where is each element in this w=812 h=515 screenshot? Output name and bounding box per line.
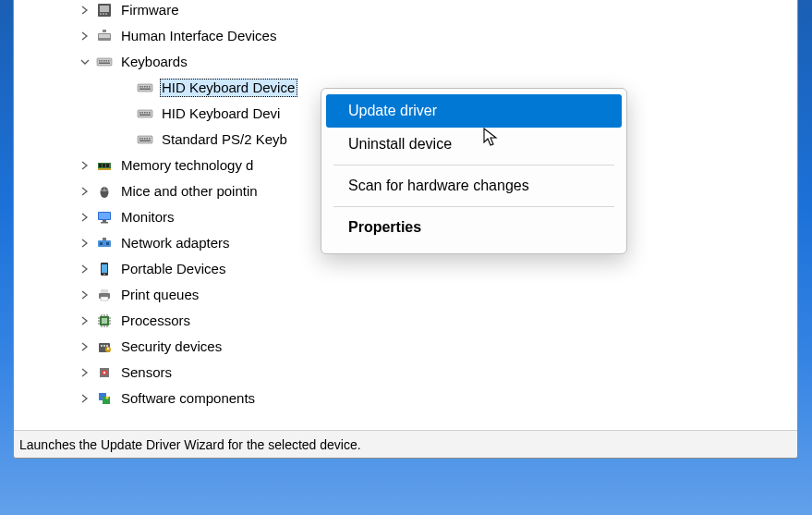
- svg-rect-9: [99, 60, 101, 62]
- tree-label: Mice and other pointin: [119, 182, 261, 201]
- portable-icon: [95, 260, 114, 278]
- svg-rect-51: [103, 238, 106, 240]
- printer-icon: [95, 286, 114, 304]
- chevron-right-icon: [79, 30, 91, 43]
- svg-point-54: [103, 274, 105, 276]
- svg-rect-8: [97, 58, 112, 66]
- keyboard-icon: [136, 79, 154, 97]
- tree-label: Human Interface Devices: [119, 27, 279, 45]
- context-menu: Update driver Uninstall device Scan for …: [321, 88, 627, 254]
- svg-rect-2: [100, 13, 102, 15]
- tree-item-firmware[interactable]: Firmware: [14, 0, 797, 23]
- security-icon: [95, 337, 114, 356]
- tree-item-hid[interactable]: Human Interface Devices: [14, 23, 797, 49]
- svg-rect-25: [144, 112, 146, 114]
- svg-rect-47: [101, 222, 108, 224]
- svg-rect-6: [99, 34, 110, 38]
- svg-rect-14: [99, 63, 110, 65]
- device-manager-window: Firmware Human Interface Devices Keyboar…: [13, 0, 798, 459]
- keyboard-icon: [136, 130, 154, 149]
- menu-item-properties[interactable]: Properties: [326, 211, 622, 244]
- status-text: Launches the Update Driver Wizard for th…: [19, 437, 361, 452]
- svg-rect-37: [99, 164, 102, 167]
- svg-rect-12: [106, 60, 108, 62]
- svg-rect-4: [105, 13, 107, 15]
- tree-label: Portable Devices: [119, 260, 228, 278]
- svg-point-80: [103, 372, 105, 374]
- svg-rect-56: [101, 289, 108, 293]
- svg-rect-3: [103, 13, 104, 15]
- chevron-right-icon: [79, 288, 91, 301]
- sensor-icon: [95, 363, 114, 382]
- svg-rect-39: [106, 164, 109, 167]
- tree-item-security[interactable]: Security devices: [14, 334, 797, 360]
- hid-icon: [95, 27, 114, 45]
- svg-rect-21: [139, 89, 151, 91]
- svg-rect-50: [106, 242, 109, 245]
- tree-item-print-queues[interactable]: Print queues: [14, 282, 797, 308]
- chevron-down-icon: [79, 55, 91, 68]
- tree-label: Processors: [119, 312, 193, 330]
- svg-rect-18: [144, 86, 146, 88]
- svg-rect-33: [147, 138, 149, 140]
- svg-rect-1: [100, 6, 109, 12]
- chevron-right-icon: [79, 4, 91, 17]
- svg-rect-31: [142, 138, 144, 140]
- svg-rect-74: [103, 345, 105, 347]
- menu-item-scan-hardware[interactable]: Scan for hardware changes: [326, 169, 622, 202]
- menu-label: Properties: [348, 219, 421, 236]
- tree-item-portable[interactable]: Portable Devices: [14, 256, 797, 282]
- tree-item-keyboards[interactable]: Keyboards: [14, 49, 797, 75]
- svg-rect-15: [138, 84, 152, 92]
- keyboard-icon: [136, 104, 154, 123]
- tree-item-processors[interactable]: Processors: [14, 308, 797, 334]
- menu-label: Uninstall device: [348, 136, 452, 153]
- tree-item-sensors[interactable]: Sensors: [14, 360, 797, 386]
- tree-label: HID Keyboard Devi: [160, 104, 283, 123]
- tree-label: Print queues: [119, 286, 201, 304]
- cpu-icon: [95, 312, 114, 330]
- chevron-right-icon: [79, 185, 91, 198]
- svg-rect-27: [149, 112, 151, 114]
- svg-rect-40: [98, 168, 111, 170]
- chevron-right-icon: [79, 392, 91, 405]
- tree-item-software-components[interactable]: Software components: [14, 386, 797, 411]
- chevron-right-icon: [79, 237, 91, 250]
- chevron-right-icon: [79, 314, 91, 327]
- svg-rect-19: [147, 86, 149, 88]
- svg-rect-16: [139, 86, 141, 88]
- mouse-icon: [95, 182, 114, 201]
- tree-label: Firmware: [119, 1, 182, 19]
- svg-rect-35: [139, 141, 151, 142]
- software-icon: [95, 389, 114, 408]
- svg-rect-29: [138, 136, 152, 143]
- svg-rect-73: [101, 345, 103, 347]
- svg-rect-24: [142, 112, 144, 114]
- svg-rect-53: [102, 264, 107, 273]
- svg-rect-10: [102, 60, 103, 62]
- keyboard-icon: [95, 53, 114, 71]
- svg-rect-32: [144, 138, 146, 140]
- tree-label: Monitors: [119, 208, 177, 227]
- tree-label: Keyboards: [119, 53, 190, 71]
- status-bar: Launches the Update Driver Wizard for th…: [14, 430, 797, 458]
- menu-separator: [333, 165, 614, 166]
- menu-item-update-driver[interactable]: Update driver: [326, 94, 622, 128]
- menu-label: Scan for hardware changes: [348, 178, 529, 194]
- svg-rect-59: [102, 318, 107, 324]
- chevron-right-icon: [79, 211, 91, 224]
- memory-icon: [95, 156, 114, 175]
- svg-rect-13: [108, 60, 110, 62]
- svg-rect-49: [100, 242, 103, 245]
- svg-rect-30: [139, 138, 141, 140]
- svg-rect-22: [138, 110, 152, 117]
- tree-label: Software components: [119, 389, 258, 408]
- svg-rect-46: [103, 220, 106, 222]
- svg-rect-26: [147, 112, 149, 114]
- svg-rect-75: [106, 345, 108, 347]
- chevron-right-icon: [79, 340, 91, 353]
- menu-item-uninstall-device[interactable]: Uninstall device: [326, 128, 622, 161]
- svg-rect-34: [149, 138, 151, 140]
- svg-rect-7: [103, 30, 106, 32]
- tree-label: Security devices: [119, 337, 224, 356]
